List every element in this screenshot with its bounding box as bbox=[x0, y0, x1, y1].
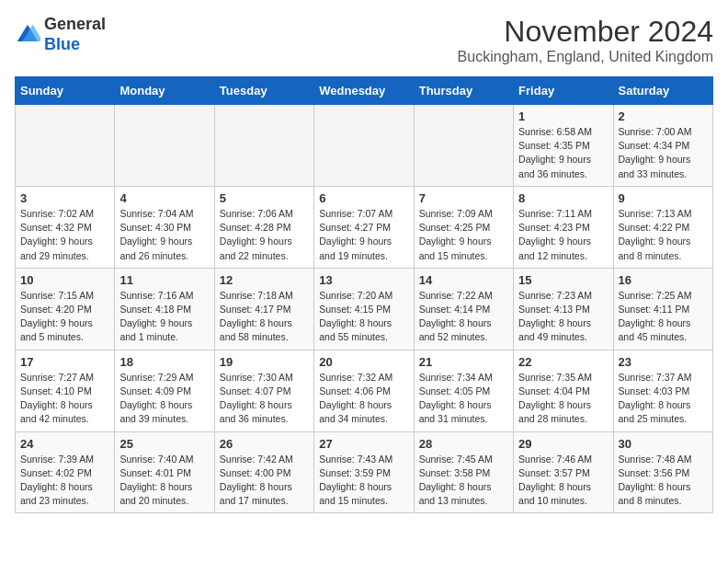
day-number: 3 bbox=[20, 191, 109, 205]
logo-general: General bbox=[44, 15, 106, 33]
day-number: 23 bbox=[619, 355, 708, 369]
day-number: 26 bbox=[220, 437, 309, 451]
calendar-week-row: 3Sunrise: 7:02 AMSunset: 4:32 PMDaylight… bbox=[16, 186, 713, 268]
day-number: 1 bbox=[518, 109, 608, 123]
calendar-cell: 21Sunrise: 7:34 AMSunset: 4:05 PMDayligh… bbox=[414, 350, 513, 431]
day-info: Sunrise: 7:42 AMSunset: 4:00 PMDaylight:… bbox=[220, 453, 309, 509]
day-info: Sunrise: 7:04 AMSunset: 4:30 PMDaylight:… bbox=[119, 207, 209, 263]
calendar-cell: 10Sunrise: 7:15 AMSunset: 4:20 PMDayligh… bbox=[16, 268, 115, 350]
calendar-table: SundayMondayTuesdayWednesdayThursdayFrid… bbox=[15, 76, 713, 513]
day-info: Sunrise: 7:45 AMSunset: 3:58 PMDaylight:… bbox=[419, 453, 508, 509]
logo-icon bbox=[15, 22, 40, 48]
day-number: 13 bbox=[319, 273, 408, 287]
calendar-cell: 12Sunrise: 7:18 AMSunset: 4:17 PMDayligh… bbox=[214, 268, 313, 350]
calendar-cell bbox=[16, 105, 115, 187]
day-info: Sunrise: 7:27 AMSunset: 4:10 PMDaylight:… bbox=[20, 371, 109, 427]
calendar-cell: 13Sunrise: 7:20 AMSunset: 4:15 PMDayligh… bbox=[314, 268, 414, 350]
calendar-cell: 11Sunrise: 7:16 AMSunset: 4:18 PMDayligh… bbox=[115, 268, 214, 350]
day-number: 18 bbox=[119, 355, 209, 369]
calendar-cell: 4Sunrise: 7:04 AMSunset: 4:30 PMDaylight… bbox=[115, 186, 214, 268]
calendar-cell: 17Sunrise: 7:27 AMSunset: 4:10 PMDayligh… bbox=[16, 350, 115, 431]
day-number: 7 bbox=[419, 191, 508, 205]
calendar-cell: 15Sunrise: 7:23 AMSunset: 4:13 PMDayligh… bbox=[514, 268, 613, 350]
day-number: 4 bbox=[119, 191, 209, 205]
day-number: 29 bbox=[518, 437, 608, 451]
day-info: Sunrise: 7:30 AMSunset: 4:07 PMDaylight:… bbox=[220, 371, 309, 427]
day-info: Sunrise: 7:23 AMSunset: 4:13 PMDaylight:… bbox=[518, 289, 608, 345]
day-number: 28 bbox=[419, 437, 508, 451]
calendar-week-row: 10Sunrise: 7:15 AMSunset: 4:20 PMDayligh… bbox=[16, 268, 713, 350]
day-info: Sunrise: 7:29 AMSunset: 4:09 PMDaylight:… bbox=[119, 371, 209, 427]
day-number: 10 bbox=[20, 273, 109, 287]
calendar-cell: 22Sunrise: 7:35 AMSunset: 4:04 PMDayligh… bbox=[514, 350, 613, 431]
title-area: November 2024 Buckingham, England, Unite… bbox=[458, 15, 713, 65]
day-info: Sunrise: 7:09 AMSunset: 4:25 PMDaylight:… bbox=[419, 207, 508, 263]
day-info: Sunrise: 7:43 AMSunset: 3:59 PMDaylight:… bbox=[319, 453, 408, 509]
day-info: Sunrise: 7:46 AMSunset: 3:57 PMDaylight:… bbox=[518, 453, 608, 509]
day-number: 5 bbox=[220, 191, 309, 205]
day-number: 14 bbox=[419, 273, 508, 287]
day-number: 17 bbox=[20, 355, 109, 369]
day-info: Sunrise: 7:18 AMSunset: 4:17 PMDaylight:… bbox=[220, 289, 309, 345]
calendar-week-row: 17Sunrise: 7:27 AMSunset: 4:10 PMDayligh… bbox=[16, 350, 713, 431]
calendar-cell bbox=[314, 105, 414, 187]
calendar-cell: 18Sunrise: 7:29 AMSunset: 4:09 PMDayligh… bbox=[115, 350, 214, 431]
day-info: Sunrise: 7:35 AMSunset: 4:04 PMDaylight:… bbox=[518, 371, 608, 427]
day-info: Sunrise: 7:16 AMSunset: 4:18 PMDaylight:… bbox=[119, 289, 209, 345]
day-number: 19 bbox=[220, 355, 309, 369]
day-info: Sunrise: 7:06 AMSunset: 4:28 PMDaylight:… bbox=[220, 207, 309, 263]
day-number: 6 bbox=[319, 191, 408, 205]
calendar-cell: 3Sunrise: 7:02 AMSunset: 4:32 PMDaylight… bbox=[16, 186, 115, 268]
calendar-week-row: 24Sunrise: 7:39 AMSunset: 4:02 PMDayligh… bbox=[16, 431, 713, 513]
calendar-cell: 27Sunrise: 7:43 AMSunset: 3:59 PMDayligh… bbox=[314, 431, 414, 513]
calendar-cell: 28Sunrise: 7:45 AMSunset: 3:58 PMDayligh… bbox=[414, 431, 513, 513]
day-number: 25 bbox=[119, 437, 209, 451]
calendar-cell: 19Sunrise: 7:30 AMSunset: 4:07 PMDayligh… bbox=[214, 350, 313, 431]
day-header-saturday: Saturday bbox=[613, 77, 712, 105]
calendar-cell bbox=[414, 105, 513, 187]
day-number: 11 bbox=[119, 273, 209, 287]
day-info: Sunrise: 7:02 AMSunset: 4:32 PMDaylight:… bbox=[20, 207, 109, 263]
day-header-monday: Monday bbox=[115, 77, 214, 105]
day-header-thursday: Thursday bbox=[414, 77, 513, 105]
calendar-cell: 25Sunrise: 7:40 AMSunset: 4:01 PMDayligh… bbox=[115, 431, 214, 513]
calendar-cell: 20Sunrise: 7:32 AMSunset: 4:06 PMDayligh… bbox=[314, 350, 414, 431]
logo-blue: Blue bbox=[44, 35, 80, 53]
calendar-cell: 24Sunrise: 7:39 AMSunset: 4:02 PMDayligh… bbox=[16, 431, 115, 513]
calendar-cell bbox=[214, 105, 313, 187]
month-title: November 2024 bbox=[458, 15, 713, 49]
day-number: 2 bbox=[619, 109, 708, 123]
calendar-cell: 23Sunrise: 7:37 AMSunset: 4:03 PMDayligh… bbox=[613, 350, 712, 431]
day-number: 8 bbox=[518, 191, 608, 205]
day-header-tuesday: Tuesday bbox=[214, 77, 313, 105]
calendar-cell: 14Sunrise: 7:22 AMSunset: 4:14 PMDayligh… bbox=[414, 268, 513, 350]
logo: General Blue bbox=[15, 15, 106, 54]
day-info: Sunrise: 7:07 AMSunset: 4:27 PMDaylight:… bbox=[319, 207, 408, 263]
day-number: 20 bbox=[319, 355, 408, 369]
day-info: Sunrise: 7:32 AMSunset: 4:06 PMDaylight:… bbox=[319, 371, 408, 427]
day-number: 15 bbox=[518, 273, 608, 287]
calendar-cell: 9Sunrise: 7:13 AMSunset: 4:22 PMDaylight… bbox=[613, 186, 712, 268]
day-info: Sunrise: 7:15 AMSunset: 4:20 PMDaylight:… bbox=[20, 289, 109, 345]
day-number: 27 bbox=[319, 437, 408, 451]
day-info: Sunrise: 6:58 AMSunset: 4:35 PMDaylight:… bbox=[518, 125, 608, 181]
day-info: Sunrise: 7:11 AMSunset: 4:23 PMDaylight:… bbox=[518, 207, 608, 263]
calendar-cell: 1Sunrise: 6:58 AMSunset: 4:35 PMDaylight… bbox=[514, 105, 613, 187]
day-number: 30 bbox=[619, 437, 708, 451]
day-number: 12 bbox=[220, 273, 309, 287]
day-header-friday: Friday bbox=[514, 77, 613, 105]
calendar-cell: 16Sunrise: 7:25 AMSunset: 4:11 PMDayligh… bbox=[613, 268, 712, 350]
day-number: 9 bbox=[619, 191, 708, 205]
day-number: 16 bbox=[619, 273, 708, 287]
header: General Blue November 2024 Buckingham, E… bbox=[15, 15, 713, 65]
day-header-sunday: Sunday bbox=[16, 77, 115, 105]
calendar-cell bbox=[115, 105, 214, 187]
calendar-body: 1Sunrise: 6:58 AMSunset: 4:35 PMDaylight… bbox=[16, 105, 713, 513]
calendar-cell: 6Sunrise: 7:07 AMSunset: 4:27 PMDaylight… bbox=[314, 186, 414, 268]
day-info: Sunrise: 7:39 AMSunset: 4:02 PMDaylight:… bbox=[20, 453, 109, 509]
day-info: Sunrise: 7:48 AMSunset: 3:56 PMDaylight:… bbox=[619, 453, 708, 509]
day-info: Sunrise: 7:00 AMSunset: 4:34 PMDaylight:… bbox=[619, 125, 708, 181]
calendar-cell: 5Sunrise: 7:06 AMSunset: 4:28 PMDaylight… bbox=[214, 186, 313, 268]
day-info: Sunrise: 7:20 AMSunset: 4:15 PMDaylight:… bbox=[319, 289, 408, 345]
day-header-wednesday: Wednesday bbox=[314, 77, 414, 105]
